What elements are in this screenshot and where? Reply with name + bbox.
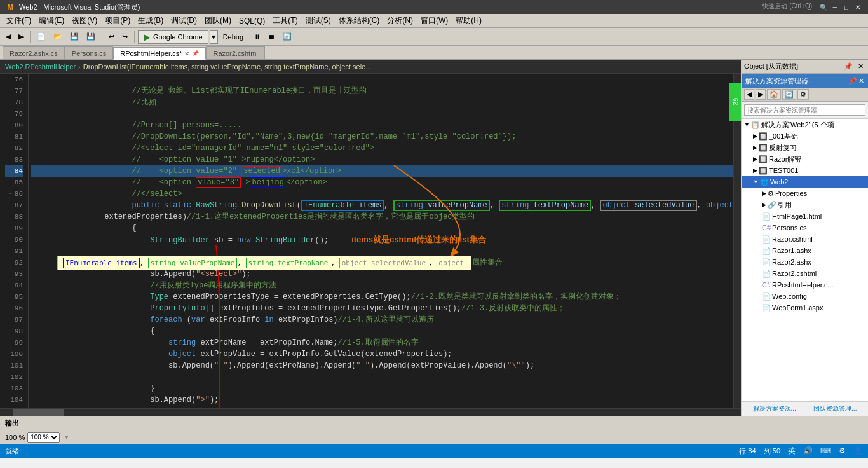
tree-persons-cs[interactable]: C# Persons.cs bbox=[742, 222, 868, 233]
editor-wrapper: −76 77 78 79 80 81 82 83 84 85 −86 87 88… bbox=[0, 74, 741, 408]
solution-explorer-link[interactable]: 解决方案资源... bbox=[753, 404, 796, 413]
close-panel-icon[interactable]: ✕ bbox=[856, 62, 865, 71]
menu-team[interactable]: 团队(M) bbox=[201, 14, 235, 27]
save-all-button[interactable]: 💾 bbox=[83, 30, 98, 44]
notification-badge[interactable]: 62 bbox=[729, 83, 741, 121]
new-file-button[interactable]: 📄 bbox=[34, 30, 49, 44]
minimize-button[interactable]: ─ bbox=[830, 2, 840, 12]
stop-button[interactable]: ⏹ bbox=[265, 30, 278, 44]
nav-forward-button[interactable]: ▶ bbox=[756, 89, 766, 100]
expand-icon: ▶ bbox=[762, 190, 766, 196]
tree-razor1-ashx[interactable]: 📄 Razor1.ashx bbox=[742, 245, 868, 256]
code-line-76: //无论是 救组。List都实现了IEnumerable接口，而且是非泛型的 bbox=[31, 74, 738, 85]
debug-dropdown[interactable]: ▾ bbox=[210, 30, 218, 44]
tree-reflect[interactable]: ▶ 🔲 反射复习 bbox=[742, 142, 868, 153]
menu-bar: 文件(F) 编辑(E) 视图(V) 项目(P) 生成(B) 调试(D) 团队(M… bbox=[0, 14, 868, 28]
line-num-104: 104 bbox=[5, 394, 23, 406]
breadcrumb-class[interactable]: Web2.RPcshtmlHelper bbox=[5, 63, 76, 71]
tree-references[interactable]: ▶ 🔗 引用 bbox=[742, 199, 868, 210]
solution-panel-close[interactable]: ✕ bbox=[858, 77, 864, 85]
panel-controls[interactable]: 📌 ✕ bbox=[842, 62, 865, 71]
menu-test[interactable]: 测试(S) bbox=[302, 14, 335, 27]
back-button[interactable]: ◀ bbox=[3, 30, 14, 44]
menu-window[interactable]: 窗口(W) bbox=[417, 14, 452, 27]
file-icon: C# bbox=[762, 281, 771, 289]
search-icon[interactable]: 🔍 bbox=[818, 2, 829, 12]
tree-razor2-ashx[interactable]: 📄 Razor2.ashx bbox=[742, 256, 868, 268]
zoom-dropdown[interactable]: 100 % 75 % 150 % bbox=[27, 432, 60, 443]
sound-icon[interactable]: 🔊 bbox=[803, 446, 813, 455]
tree-htmlpage1[interactable]: 📄 HtmlPage1.html bbox=[742, 210, 868, 222]
menu-file[interactable]: 文件(F) bbox=[3, 14, 35, 27]
nav-back-button[interactable]: ◀ bbox=[744, 89, 754, 100]
settings-button[interactable]: ⚙ bbox=[797, 89, 809, 100]
tree-razor-decrypt[interactable]: ▶ 🔲 Razor解密 bbox=[742, 153, 868, 165]
open-button[interactable]: 📂 bbox=[50, 30, 65, 44]
menu-edit[interactable]: 编辑(E) bbox=[35, 14, 68, 27]
forward-button[interactable]: ▶ bbox=[15, 30, 27, 44]
horizontal-scrollbar[interactable] bbox=[0, 408, 741, 416]
tree-solution[interactable]: ▼ 📋 解决方案'Web2' (5 个项 bbox=[742, 119, 868, 130]
tree-webform1[interactable]: 📄 WebForm1.aspx bbox=[742, 302, 868, 313]
tab-razor2-ashx-cs[interactable]: Razor2.ashx.cs bbox=[3, 46, 65, 59]
pin-icon[interactable]: 📌 bbox=[192, 50, 199, 57]
title-bar-controls[interactable]: 快速启动 (Ctrl+Q) 🔍 ─ □ ✕ bbox=[762, 2, 863, 12]
maximize-button[interactable]: □ bbox=[841, 2, 851, 12]
title-text: Web2 - Microsoft Visual Studio(管理员) bbox=[19, 3, 140, 12]
nav-home-button[interactable]: 🏠 bbox=[767, 89, 781, 100]
tree-web2[interactable]: ▼ 🌐 Web2 bbox=[742, 176, 868, 188]
keyboard-icon[interactable]: ⌨ bbox=[820, 446, 831, 455]
settings-tray-icon[interactable]: ⚙ bbox=[839, 446, 846, 455]
vertical-scrollbar[interactable] bbox=[733, 74, 741, 408]
h-scrollbar-thumb[interactable] bbox=[13, 409, 64, 416]
menu-build[interactable]: 生成(B) bbox=[134, 14, 167, 27]
code-editor[interactable]: −76 77 78 79 80 81 82 83 84 85 −86 87 88… bbox=[0, 74, 741, 408]
tree-properties[interactable]: ▶ ⚙ Properties bbox=[742, 188, 868, 199]
pause-button[interactable]: ⏸ bbox=[250, 30, 264, 44]
menu-tools[interactable]: 工具(T) bbox=[269, 14, 301, 27]
menu-project[interactable]: 项目(P) bbox=[101, 14, 134, 27]
menu-analyze[interactable]: 分析(N) bbox=[383, 14, 417, 27]
breadcrumb-method[interactable]: DropDownList(IEnumerable items, string v… bbox=[83, 63, 372, 71]
tree-razor-cshtml[interactable]: 📄 Razor.cshtml bbox=[742, 233, 868, 245]
status-left: 就绪 bbox=[5, 446, 19, 456]
zoom-value: 100 % bbox=[5, 434, 25, 441]
menu-help[interactable]: 帮助(H) bbox=[452, 14, 485, 27]
object-browser-bar: Object [从元数据] 📌 ✕ bbox=[742, 60, 868, 74]
menu-sql[interactable]: SQL(Q) bbox=[235, 15, 269, 27]
file-icon: 📄 bbox=[762, 292, 771, 301]
nav-refresh-button[interactable]: 🔄 bbox=[782, 89, 796, 100]
tab-razor2-cshtml[interactable]: Razor2.cshtml bbox=[206, 46, 264, 59]
menu-debug[interactable]: 调试(D) bbox=[167, 14, 201, 27]
tab-persons-cs[interactable]: Persons.cs bbox=[65, 46, 113, 59]
solution-nav-bar: ◀ ▶ 🏠 🔄 ⚙ bbox=[742, 88, 868, 102]
ime-icon[interactable]: 英 bbox=[788, 446, 796, 457]
save-button[interactable]: 💾 bbox=[67, 30, 82, 44]
restart-button[interactable]: 🔄 bbox=[280, 30, 295, 44]
code-content[interactable]: //无论是 救组。List都实现了IEnumerable接口，而且是非泛型的 /… bbox=[29, 74, 741, 408]
tree-test001[interactable]: ▶ 🔲 TEST001 bbox=[742, 165, 868, 176]
file-icon: 📄 bbox=[762, 304, 771, 312]
solution-panel-controls[interactable]: 📌 ✕ bbox=[848, 77, 864, 85]
solution-search-input[interactable] bbox=[744, 104, 865, 116]
menu-view[interactable]: 视图(V) bbox=[68, 14, 101, 27]
redo-button[interactable]: ↪ bbox=[119, 30, 131, 44]
tree-razor2-cshtml[interactable]: 📄 Razor2.cshtml bbox=[742, 268, 868, 279]
undo-button[interactable]: ↩ bbox=[105, 30, 118, 44]
close-button[interactable]: ✕ bbox=[853, 2, 863, 12]
solution-label: 解决方案'Web2' (5 个项 bbox=[761, 120, 834, 130]
team-explorer-link[interactable]: 团队资源管理... bbox=[813, 404, 857, 413]
solution-panel-pin[interactable]: 📌 bbox=[848, 77, 857, 85]
tree-web-config[interactable]: 📄 Web.config bbox=[742, 291, 868, 302]
tree-rpcshtml-helper[interactable]: C# RPcshtmlHelper.c... bbox=[742, 279, 868, 291]
menu-architecture[interactable]: 体系结构(C) bbox=[335, 14, 384, 27]
user-icon[interactable]: 👤 bbox=[853, 446, 863, 455]
toolbar: ◀ ▶ 📄 📂 💾 💾 ↩ ↪ ▶ Google Chrome ▾ Debug … bbox=[0, 28, 868, 46]
tab-close-icon[interactable]: ✕ bbox=[184, 50, 189, 57]
tab-rpcshtml-helper[interactable]: RPcshtmlHelper.cs* ✕ 📌 bbox=[113, 47, 206, 60]
run-button[interactable]: ▶ Google Chrome bbox=[138, 30, 208, 44]
expand-icon: ▶ bbox=[753, 133, 757, 139]
pin-panel-icon[interactable]: 📌 bbox=[842, 62, 855, 71]
tree-001[interactable]: ▶ 🔲 _001基础 bbox=[742, 130, 868, 142]
zoom-indicator: ▾ bbox=[65, 433, 69, 441]
